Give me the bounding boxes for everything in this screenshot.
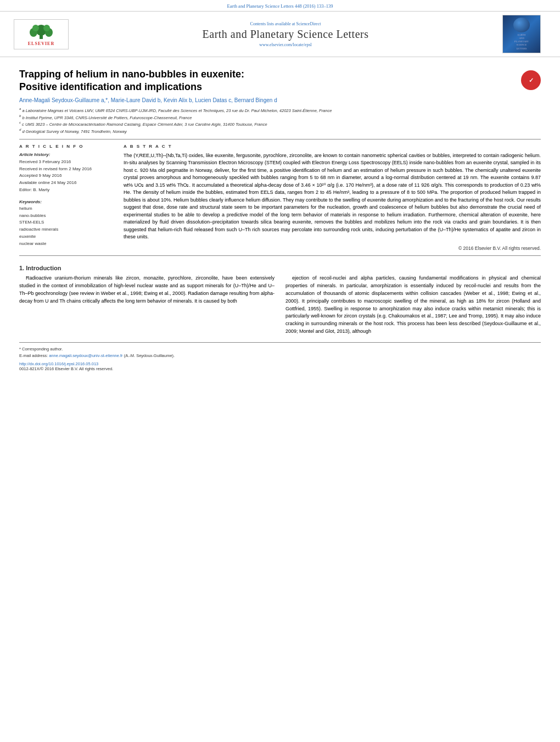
svg-point-4	[32, 25, 39, 31]
article-history-label: Article history:	[19, 152, 113, 157]
svg-point-5	[43, 25, 50, 31]
body-col-right: ejection of recoil-nuclei and alpha part…	[285, 275, 541, 336]
article-available: Available online 24 May 2016	[19, 180, 113, 187]
doi-link[interactable]: http://dx.doi.org/10.1016/j.epsl.2016.05…	[19, 361, 98, 366]
sciencedirect-link[interactable]: ScienceDirect	[296, 21, 321, 26]
article-info-col: A R T I C L E I N F O Article history: R…	[19, 144, 113, 251]
header-center: Contents lists available at ScienceDirec…	[71, 21, 500, 47]
elsevier-logo: ELSEVIER	[14, 19, 69, 49]
copyright-line: © 2016 Elsevier B.V. All rights reserved…	[124, 246, 541, 251]
elsevier-tree-icon	[25, 23, 58, 40]
body-col-left: Radioactive uranium-thorium minerals lik…	[19, 275, 275, 336]
article-title-section: Trapping of helium in nano-bubbles in eu…	[19, 63, 541, 94]
abstract-col: A B S T R A C T The (Y,REE,U,Th)–(Nb,Ta,…	[124, 144, 541, 251]
keyword-helium: helium	[19, 205, 113, 213]
affiliation-c: c c UMS 3623 – Centre de Microcaractéris…	[19, 120, 541, 127]
article-accepted: Accepted 9 May 2016	[19, 172, 113, 180]
earth-globe-icon	[513, 18, 530, 32]
body-para-2: ejection of recoil-nuclei and alpha part…	[285, 275, 541, 336]
article-info-heading: A R T I C L E I N F O	[19, 144, 113, 149]
article-info-abstract: A R T I C L E I N F O Article history: R…	[19, 144, 541, 251]
affiliation-d: d d Geological Survey of Norway, 7491 Tr…	[19, 127, 541, 135]
section1-title: 1. Introduction	[19, 265, 541, 271]
journal-title: Earth and Planetary Science Letters	[71, 28, 500, 41]
elsevier-logo-area: ELSEVIER	[11, 19, 71, 49]
body-two-col: Radioactive uranium-thorium minerals lik…	[19, 275, 541, 336]
keywords-list: helium nano-bubbles STEM-EELS radioactiv…	[19, 205, 113, 248]
journal-header: ELSEVIER Contents lists available at Sci…	[0, 11, 560, 57]
footnotes-area: * Corresponding author. E-mail address: …	[19, 342, 541, 371]
abstract-heading: A B S T R A C T	[124, 144, 541, 149]
divider-2	[19, 255, 541, 256]
earth-logo-text: EARTHANDPLANETARYSCIENCELETTERS	[514, 34, 529, 51]
email-label: E-mail address:	[19, 353, 48, 358]
journal-link-bar: Earth and Planetary Science Letters 448 …	[0, 0, 560, 11]
footnote-email: E-mail address: anne.magali.seydoux@univ…	[19, 353, 541, 359]
keyword-nuclear-waste: nuclear waste	[19, 241, 113, 248]
authors: Anne-Magali Seydoux-Guillaume a,*, Marie…	[19, 97, 541, 103]
keyword-stem-eels: STEM-EELS	[19, 219, 113, 226]
affiliation-a: a a Laboratoire Magmas et Volcans LMV, U…	[19, 107, 541, 114]
issn-line: 0012-821X/© 2016 Elsevier B.V. All right…	[19, 366, 541, 371]
journal-ref-text: Earth and Planetary Science Letters 448 …	[227, 3, 333, 9]
affiliation-b: b b Institut Pprime, UPR 3346, CNRS-Univ…	[19, 114, 541, 121]
keyword-nanobubbles: nano-bubbles	[19, 213, 113, 220]
doi-line: http://dx.doi.org/10.1016/j.epsl.2016.05…	[19, 361, 541, 366]
earth-logo: EARTHANDPLANETARYSCIENCELETTERS	[502, 15, 541, 53]
journal-url[interactable]: www.elsevier.com/locate/epsl	[71, 42, 500, 47]
abstract-text: The (Y,REE,U,Th)–(Nb,Ta,Ti) oxides, like…	[124, 152, 541, 241]
article-editor: Editor: B. Marty	[19, 187, 113, 194]
keyword-euxenite: euxenite	[19, 233, 113, 241]
elsevier-text: ELSEVIER	[28, 41, 54, 46]
divider-1	[19, 139, 541, 140]
crossmark-badge: ✓	[521, 70, 541, 90]
keywords-section: Keywords: helium nano-bubbles STEM-EELS …	[19, 199, 113, 248]
main-content: Trapping of helium in nano-bubbles in eu…	[0, 57, 560, 382]
article-received-revised: Received in revised form 2 May 2016	[19, 166, 113, 173]
journal-logo-area: EARTHANDPLANETARYSCIENCELETTERS	[500, 15, 544, 53]
article-received: Received 3 February 2016	[19, 159, 113, 166]
email-suffix: (A.-M. Seydoux-Guillaume).	[124, 353, 175, 358]
footnote-corresponding: * Corresponding author.	[19, 346, 541, 353]
article-title: Trapping of helium in nano-bubbles in eu…	[19, 68, 513, 94]
contents-list-text: Contents lists available at ScienceDirec…	[71, 21, 500, 26]
keywords-label: Keywords:	[19, 199, 113, 204]
email-link[interactable]: anne.magali.seydoux@univ-st-etienne.fr	[49, 353, 122, 358]
body-para-1: Radioactive uranium-thorium minerals lik…	[19, 275, 275, 305]
keyword-radioactive: radioactive minerals	[19, 226, 113, 233]
body-section: 1. Introduction Radioactive uranium-thor…	[19, 265, 541, 336]
affiliations: a a Laboratoire Magmas et Volcans LMV, U…	[19, 107, 541, 135]
page: Earth and Planetary Science Letters 448 …	[0, 0, 560, 742]
